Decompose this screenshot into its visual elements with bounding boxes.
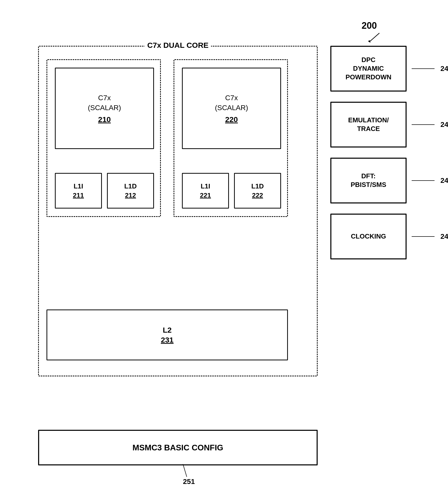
figure-arrow [364, 31, 384, 43]
emulation-ref-line [412, 122, 445, 127]
dft-wrapper: DFT:PBIST/SMS 243 [330, 158, 412, 203]
clocking-label: CLOCKING [351, 232, 386, 241]
emulation-box: EMULATION/TRACE [330, 102, 407, 147]
dpc-label: DPCDYNAMICPOWERDOWN [346, 56, 392, 81]
core2-scalar-text: C7x(SCALAR) [215, 93, 248, 113]
dpc-wrapper: DPCDYNAMICPOWERDOWN 241 [330, 46, 412, 92]
core2-number: 220 [225, 115, 238, 124]
figure-number: 200 [362, 20, 377, 31]
right-panel: DPCDYNAMICPOWERDOWN 241 EMULATION/TRACE … [330, 46, 412, 259]
clocking-box: CLOCKING [330, 214, 407, 259]
dft-ref-number: 243 [440, 176, 448, 185]
svg-line-6 [183, 464, 187, 477]
core2-l1i-number: 221 [200, 191, 211, 199]
emulation-ref-number: 242 [440, 121, 448, 129]
msmc3-ref-number: 251 [183, 478, 195, 486]
core2-scalar-box: C7x(SCALAR) 220 [182, 68, 281, 149]
dft-box: DFT:PBIST/SMS [330, 158, 407, 203]
emulation-label: EMULATION/TRACE [348, 116, 389, 133]
l2-number: 231 [161, 336, 174, 344]
core2-l1d-box: L1D 222 [234, 173, 281, 209]
dpc-ref-number: 241 [440, 65, 448, 73]
core2-l1i-box: L1I 221 [182, 173, 229, 209]
core1-cache-row: L1I 211 L1D 212 [55, 173, 154, 209]
dpc-box: DPCDYNAMICPOWERDOWN [330, 46, 407, 92]
l2-box: L2 231 [47, 309, 288, 360]
core1-number: 210 [98, 115, 111, 124]
core1-l1i-number: 211 [73, 191, 84, 199]
core1-l1d-label: L1D [124, 182, 137, 190]
core1-l1i-box: L1I 211 [55, 173, 102, 209]
msmc3-ref-line [173, 464, 193, 478]
core2-cache-row: L1I 221 L1D 222 [182, 173, 281, 209]
core1-scalar-box: C7x(SCALAR) 210 [55, 68, 154, 149]
msmc3-label: MSMC3 BASIC CONFIG [132, 443, 223, 452]
svg-marker-1 [368, 40, 370, 43]
emulation-wrapper: EMULATION/TRACE 242 [330, 102, 412, 147]
dft-ref-line [412, 178, 445, 183]
core1-l1d-number: 212 [125, 191, 136, 199]
diagram-container: 200 C7x DUAL CORE C7x(SCALAR) 210 L1I 21… [25, 20, 423, 465]
clocking-wrapper: CLOCKING 244 [330, 214, 412, 259]
left-core-container: C7x(SCALAR) 210 L1I 211 L1D 212 [47, 59, 161, 217]
dual-core-container: C7x DUAL CORE C7x(SCALAR) 210 L1I 211 L1… [38, 46, 318, 376]
core2-l1d-label: L1D [251, 182, 264, 190]
core1-l1i-label: L1I [74, 182, 83, 190]
core1-scalar-text: C7x(SCALAR) [88, 93, 121, 113]
dft-label: DFT:PBIST/SMS [351, 172, 386, 189]
core2-l1i-label: L1I [201, 182, 210, 190]
core2-l1d-number: 222 [252, 191, 263, 199]
clocking-ref-line [412, 234, 445, 239]
l2-label: L2 [163, 326, 172, 334]
msmc3-box: MSMC3 BASIC CONFIG [38, 430, 318, 465]
right-core-container: C7x(SCALAR) 220 L1I 221 L1D 222 [174, 59, 288, 217]
dpc-ref-line [412, 66, 445, 71]
dual-core-label: C7x DUAL CORE [145, 41, 211, 50]
core1-l1d-box: L1D 212 [107, 173, 154, 209]
svg-line-0 [369, 33, 379, 42]
clocking-ref-number: 244 [440, 232, 448, 241]
